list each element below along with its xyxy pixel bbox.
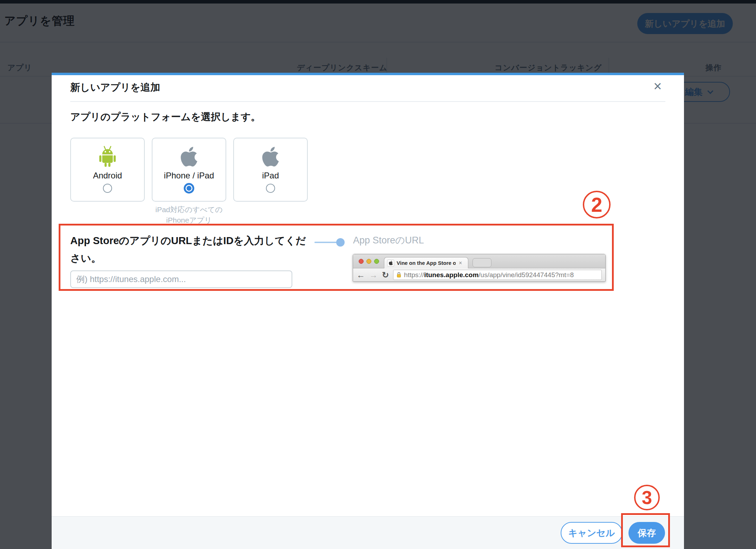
annotation-box-step3 [621,513,670,547]
radio-android[interactable] [103,184,112,193]
platform-label: iPhone / iPad [164,171,214,181]
platform-card-iphone-ipad[interactable]: iPhone / iPad [152,138,226,202]
apple-icon [262,144,279,169]
android-icon [97,144,118,169]
annotation-step2-badge: 2 [583,191,611,218]
modal-title-divider [70,101,665,102]
platform-label: Android [93,171,122,181]
annotation-step3-badge: 3 [634,485,660,510]
apple-icon [180,144,198,169]
platform-label: iPad [262,171,279,181]
cancel-button[interactable]: キャンセル [561,522,623,544]
screen: アプリを管理 新しいアプリを追加 アプリ ディープリンクスキーム コンバージョン… [0,0,756,549]
platform-card-ipad[interactable]: iPad [233,138,308,202]
modal-title: 新しいアプリを追加 [70,81,160,94]
add-app-modal: 新しいアプリを追加 × アプリのプラットフォームを選択します。 [52,73,684,549]
close-icon[interactable]: × [649,77,666,95]
annotation-box-step2 [59,224,614,291]
platform-heading: アプリのプラットフォームを選択します。 [70,110,261,124]
radio-iphone-ipad[interactable] [184,183,194,194]
platform-note: iPad対応のすべてのiPhoneアプリ [152,204,226,226]
platform-card-android[interactable]: Android [70,138,145,202]
radio-ipad[interactable] [266,184,275,193]
